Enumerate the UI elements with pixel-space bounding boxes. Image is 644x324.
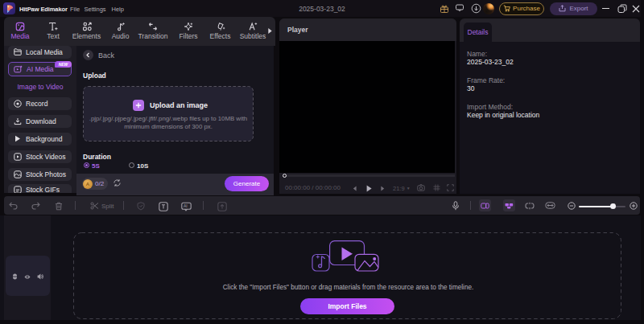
svg-text:AI: AI bbox=[184, 203, 188, 208]
